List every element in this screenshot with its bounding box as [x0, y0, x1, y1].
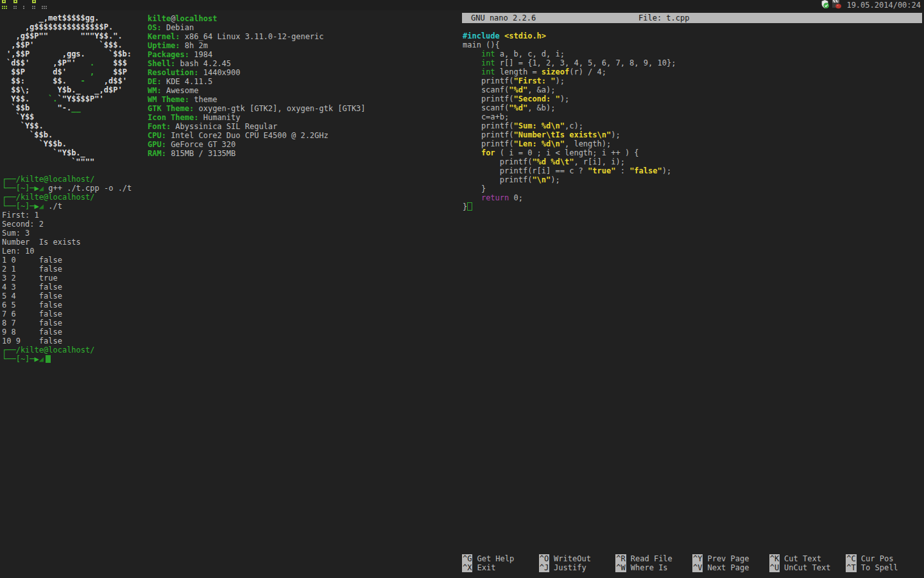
- code-line: int a, b, c, d, i;: [463, 49, 924, 58]
- info-row: Resolution: 924x578: [148, 68, 366, 77]
- tag-5[interactable]: [42, 0, 47, 10]
- code-line: printf(r[i] == c ? "true" : "false");: [463, 166, 924, 175]
- terminal-line: 8 7 false: [2, 319, 461, 328]
- terminal-line: 9 8 false: [2, 328, 461, 337]
- tag-client-square: [13, 0, 17, 3]
- nano-code-area[interactable]: #include <stdio.h>main (){ int a, b, c, …: [463, 31, 924, 211]
- terminal-line: 2 1 false: [2, 265, 461, 274]
- tag-client-square: [32, 0, 36, 3]
- code-line: printf("First: ");: [463, 76, 924, 85]
- code-line: }: [463, 202, 924, 211]
- tag-3[interactable]: [23, 0, 26, 10]
- nano-cursor: [467, 202, 472, 211]
- terminal-line: 6 5 false: [2, 301, 461, 310]
- code-line: int length = sizeof(r) / 4;: [463, 67, 924, 76]
- info-row: WM Theme: theme: [148, 95, 366, 104]
- info-row: DE: KDE 4.11.5: [148, 77, 366, 86]
- shortcut-read-file: ^RRead File: [615, 554, 692, 563]
- wibar: 19.05.2014/00:24: [0, 0, 924, 10]
- info-row: Icon Theme: Humanity: [148, 113, 366, 122]
- code-line: printf("%d %d\t", r[i], i);: [463, 157, 924, 166]
- info-row: GPU: GeForce GT 320: [148, 140, 366, 149]
- terminal-line: 7 6 false: [2, 310, 461, 319]
- code-line: return 0;: [463, 193, 924, 202]
- info-row: Kernel: x86_64 Linux 3.11.0-12-generic: [148, 32, 366, 41]
- info-row: CPU: Intel Core2 Duo CPU E4500 @ 2.2GHz: [148, 131, 366, 140]
- terminal-line: 10 9 false: [2, 337, 461, 346]
- shortcut-cur-pos: ^CCur Pos: [846, 554, 923, 563]
- terminal-window[interactable]: _,met$$$$$gg. ,g$$$$$$$$$$$$$$$P. ,g$$P"…: [0, 10, 461, 578]
- terminal-line: Number Is exists: [2, 238, 461, 247]
- systray: [820, 0, 842, 11]
- terminal-line: └──[~]─▶◢ ./t: [2, 202, 461, 211]
- code-line: c=a+b;: [463, 112, 924, 121]
- nano-titlebar: GNU nano 2.2.6 File: t.cpp: [462, 13, 922, 23]
- terminal-line: Sum: 3: [2, 229, 461, 238]
- terminal-cursor: [46, 355, 51, 363]
- info-row: Shell: bash 4.2.45: [148, 59, 366, 68]
- code-line: scanf("%d", &b);: [463, 103, 924, 112]
- username: kilte: [148, 14, 171, 23]
- terminal-line: ┌──/kilte@localhost/: [2, 175, 461, 184]
- debian-ascii-logo: _,met$$$$$gg. ,g$$$$$$$$$$$$$$$P. ,g$$P"…: [0, 13, 148, 166]
- info-row: WM: Awesome: [148, 86, 366, 95]
- code-line: printf("\n");: [463, 175, 924, 184]
- info-row: Font: Abyssinica SIL Regular: [148, 122, 366, 131]
- taglist: [0, 0, 53, 10]
- nano-window[interactable]: GNU nano 2.2.6 File: t.cpp #include <std…: [461, 10, 924, 578]
- nano-filename: File: t.cpp: [638, 13, 689, 23]
- shortcut-exit: ^XExit: [462, 563, 539, 572]
- terminal-line: 1 0 false: [2, 256, 461, 265]
- terminal-line: └──[~]─▶◢: [2, 355, 461, 363]
- shortcut-get-help: ^GGet Help: [462, 554, 539, 563]
- code-line: }: [463, 184, 924, 193]
- terminal-line: └──[~]─▶◢ g++ ./t.cpp -o ./t: [2, 184, 461, 193]
- screenfetch-block: _,met$$$$$gg. ,g$$$$$$$$$$$$$$$P. ,g$$P"…: [0, 10, 461, 166]
- code-line: printf("Sum: %d\n",c);: [463, 121, 924, 130]
- tag-1[interactable]: [2, 0, 7, 10]
- terminal-line: Second: 2: [2, 220, 461, 229]
- info-row: Packages: 1984: [148, 50, 366, 59]
- code-line: int r[] = {1, 2, 3, 4, 5, 6, 7, 8, 9, 10…: [463, 58, 924, 67]
- user-host-line: kilte@localhost: [148, 14, 366, 23]
- shortcut-cut-text: ^KCut Text: [769, 554, 846, 563]
- code-line: main (){: [463, 40, 924, 49]
- terminal-line: 5 4 false: [2, 292, 461, 301]
- shortcut-to-spell: ^TTo Spell: [846, 563, 923, 572]
- code-line: for ( i = 0 ; i < length; i ++ ) {: [463, 148, 924, 157]
- code-line: #include <stdio.h>: [463, 31, 924, 40]
- code-line: scanf("%d", &a);: [463, 85, 924, 94]
- code-line: printf("Number\tIs exists\n");: [463, 130, 924, 139]
- terminal-line: ┌──/kilte@localhost/: [2, 193, 461, 202]
- terminal-line: First: 1: [2, 211, 461, 220]
- shortcut-uncut-text: ^UUnCut Text: [769, 563, 846, 572]
- shortcut-writeout: ^OWriteOut: [539, 554, 616, 563]
- nano-version: GNU nano 2.2.6: [471, 13, 536, 23]
- code-line: printf("Len: %d\n", length);: [463, 139, 924, 148]
- system-info: kilte@localhost OS: DebianKernel: x86_64…: [148, 13, 366, 166]
- desktop: 19.05.2014/00:24 _,met$$$$$gg. ,g$$$$$$$…: [0, 0, 924, 578]
- tag-2[interactable]: [13, 0, 17, 10]
- shortcut-prev-page: ^YPrev Page: [692, 554, 769, 563]
- terminal-line: 3 2 true: [2, 274, 461, 283]
- terminal-line: ┌──/kilte@localhost/: [2, 346, 461, 355]
- hostname: localhost: [175, 14, 217, 23]
- terminal-line: Len: 10: [2, 247, 461, 256]
- terminal-line: 4 3 false: [2, 283, 461, 292]
- terminal-session[interactable]: ┌──/kilte@localhost/└──[~]─▶◢ g++ ./t.cp…: [0, 175, 461, 363]
- shortcut-next-page: ^VNext Page: [692, 563, 769, 572]
- tag-4[interactable]: [32, 0, 35, 10]
- info-row: Uptime: 8h 2m: [148, 41, 366, 50]
- info-row: OS: Debian: [148, 23, 366, 32]
- shield-check-icon[interactable]: [820, 0, 830, 11]
- shortcut-justify: ^JJustify: [539, 563, 616, 572]
- tag-client-square: [2, 0, 6, 3]
- clapperboard-icon[interactable]: [832, 0, 842, 11]
- clock: 19.05.2014/00:24: [842, 1, 924, 10]
- code-line: printf("Second: ");: [463, 94, 924, 103]
- info-row: GTK Theme: oxygen-gtk [GTK2], oxygen-gtk…: [148, 104, 366, 113]
- shortcut-where-is: ^WWhere Is: [615, 563, 692, 572]
- info-row: RAM: 815MB / 3135MB: [148, 149, 366, 158]
- nano-shortcuts: ^GGet Help^OWriteOut^RRead File^YPrev Pa…: [462, 554, 923, 572]
